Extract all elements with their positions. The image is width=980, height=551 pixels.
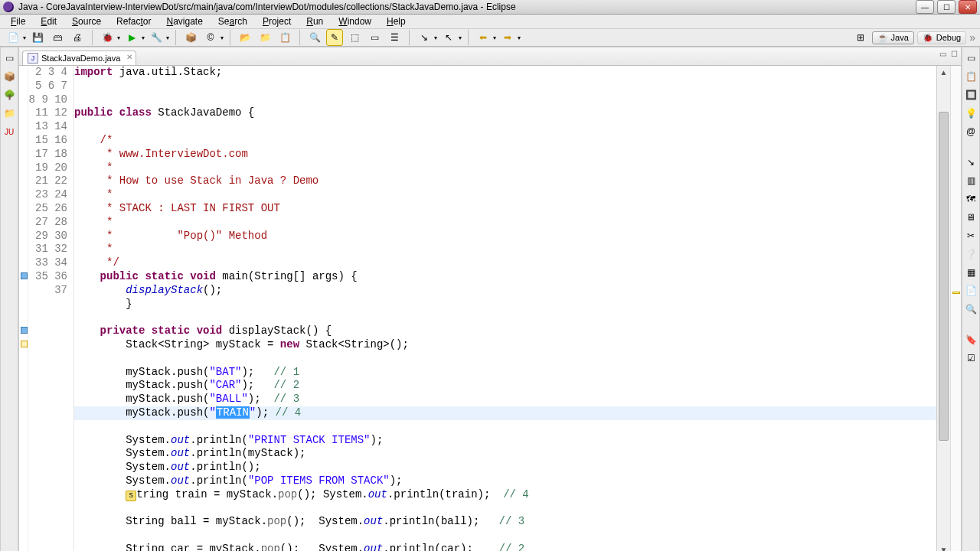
new-class-button[interactable]: © xyxy=(202,29,219,46)
open-task-button[interactable]: 📁 xyxy=(256,29,273,46)
perspective-java[interactable]: ☕ Java xyxy=(872,31,914,44)
new-button[interactable]: 📄 xyxy=(5,29,21,46)
new-package-button[interactable]: 📦 xyxy=(182,29,199,46)
java-perspective-icon: ☕ xyxy=(877,33,888,43)
annotations-icon[interactable]: @ xyxy=(965,126,977,138)
menu-source[interactable]: Source xyxy=(66,15,107,28)
toolbar-separator xyxy=(230,30,230,45)
dropdown-icon[interactable]: ▾ xyxy=(434,34,437,41)
junit-icon[interactable]: JU xyxy=(3,126,15,138)
open-type-button[interactable]: 📂 xyxy=(237,29,253,46)
navigator-icon[interactable]: 📁 xyxy=(3,107,15,119)
map-icon[interactable]: 🗺 xyxy=(965,193,977,205)
window-titlebar: Java - CoreJavaInterview-InterviewDot/sr… xyxy=(0,0,980,15)
bookmarks-icon[interactable]: 🔖 xyxy=(965,334,977,346)
show-whitespace-button[interactable]: ▭ xyxy=(366,29,383,46)
dropdown-icon[interactable]: ▾ xyxy=(493,34,496,41)
caret-indicator: S xyxy=(126,491,136,501)
javadoc-icon[interactable]: 📄 xyxy=(965,285,977,297)
overview-ruler[interactable] xyxy=(950,66,961,551)
back-button[interactable]: ⬅ xyxy=(475,29,492,46)
editor-area: J StackJavaDemo.java ✕ ▭ ☐ 2 3 4 5 6 7 8… xyxy=(18,47,962,551)
dropdown-icon[interactable]: ▾ xyxy=(166,34,169,41)
run-button[interactable]: ▶ xyxy=(123,29,140,46)
tasks-icon[interactable]: ☑ xyxy=(965,352,977,364)
dropdown-icon[interactable]: ▾ xyxy=(459,34,462,41)
search-button[interactable]: 🔍 xyxy=(306,29,323,46)
menu-window[interactable]: Window xyxy=(332,15,377,28)
marker-bar xyxy=(19,66,28,551)
forward-button[interactable]: ➡ xyxy=(499,29,516,46)
console-icon[interactable]: ▥ xyxy=(965,174,977,187)
toolbar-separator xyxy=(92,30,93,45)
scroll-up-icon[interactable]: ▲ xyxy=(937,66,950,78)
restore-icon[interactable]: ▭ xyxy=(3,52,15,64)
dropdown-icon[interactable]: ▾ xyxy=(220,34,224,41)
java-file-icon: J xyxy=(28,53,38,64)
menubar: File Edit Source Refactor Navigate Searc… xyxy=(0,15,980,29)
scroll-down-icon[interactable]: ▼ xyxy=(937,544,950,551)
close-button[interactable]: ✕ xyxy=(959,0,977,14)
menu-help[interactable]: Help xyxy=(381,15,412,28)
restore-icon[interactable]: ▭ xyxy=(965,52,977,64)
prev-annotation-button[interactable]: ↖ xyxy=(440,29,457,46)
toolbar-separator xyxy=(409,30,410,45)
dropdown-icon[interactable]: ▾ xyxy=(518,34,521,41)
debug-perspective-icon: 🐞 xyxy=(923,33,933,43)
save-button[interactable]: 💾 xyxy=(29,29,46,46)
search-view-icon[interactable]: 🔍 xyxy=(965,303,977,315)
menu-project[interactable]: Project xyxy=(256,15,297,28)
servers-icon[interactable]: 🖥 xyxy=(965,211,977,223)
perspective-debug[interactable]: 🐞 Debug xyxy=(917,31,966,44)
overview-mark xyxy=(952,292,960,294)
dropdown-icon[interactable]: ▾ xyxy=(117,34,120,41)
line-number-gutter: 2 3 4 5 6 7 8 9 10 11 12 13 14 15 16 17 … xyxy=(28,66,74,551)
type-hierarchy-icon[interactable]: 🌳 xyxy=(3,89,15,101)
debug-button[interactable]: 🐞 xyxy=(99,29,116,46)
minimize-button[interactable]: — xyxy=(916,0,934,14)
vertical-scrollbar[interactable]: ▲ ▼ xyxy=(936,66,950,551)
editor-tab-active[interactable]: J StackJavaDemo.java ✕ xyxy=(22,51,136,65)
toolbar-separator xyxy=(175,30,176,45)
snippets-icon[interactable]: ✂ xyxy=(965,230,977,242)
menu-refactor[interactable]: Refactor xyxy=(110,15,157,28)
open-resource-button[interactable]: 📋 xyxy=(276,29,293,46)
maximize-editor-button[interactable]: ☐ xyxy=(951,50,958,58)
declaration-icon[interactable]: ↘ xyxy=(965,156,977,168)
run-last-button[interactable]: 🔧 xyxy=(148,29,165,46)
perspective-overflow-icon[interactable]: » xyxy=(969,31,975,44)
outline-icon[interactable]: 🔲 xyxy=(965,89,977,101)
next-annotation-button[interactable]: ↘ xyxy=(416,29,433,46)
help-icon[interactable]: ❔ xyxy=(965,248,977,260)
task-list-icon[interactable]: 📋 xyxy=(965,70,977,83)
debug-perspective-label: Debug xyxy=(936,33,961,42)
menu-navigate[interactable]: Navigate xyxy=(160,15,208,28)
right-fastview: ▭ 📋 🔲 💡 @ ↘ ▥ 🗺 🖥 ✂ ❔ ▦ 📄 🔍 🔖 ☑ xyxy=(962,47,980,551)
show-source-button[interactable]: ☰ xyxy=(386,29,403,46)
editor-body: 2 3 4 5 6 7 8 9 10 11 12 13 14 15 16 17 … xyxy=(19,66,961,551)
maximize-button[interactable]: ☐ xyxy=(937,0,956,14)
editor-tabbar: J StackJavaDemo.java ✕ ▭ ☐ xyxy=(19,47,961,66)
save-all-button[interactable]: 🗃 xyxy=(49,29,66,46)
package-explorer-icon[interactable]: 📦 xyxy=(3,70,15,83)
workspace: ▭ 📦 🌳 📁 JU J StackJavaDemo.java ✕ ▭ ☐ 2 … xyxy=(0,47,980,551)
dropdown-icon[interactable]: ▾ xyxy=(23,34,26,41)
toolbar-separator xyxy=(299,30,300,45)
scrollbar-thumb[interactable] xyxy=(939,112,949,441)
minimize-editor-button[interactable]: ▭ xyxy=(939,50,946,58)
menu-edit[interactable]: Edit xyxy=(34,15,63,28)
menu-file[interactable]: File xyxy=(5,15,31,28)
open-perspective-button[interactable]: ⊞ xyxy=(852,29,869,46)
toolbar-separator xyxy=(468,30,469,45)
close-tab-icon[interactable]: ✕ xyxy=(126,53,132,61)
menu-search[interactable]: Search xyxy=(212,15,253,28)
menu-run[interactable]: Run xyxy=(300,15,329,28)
toggle-mark-button[interactable]: ✎ xyxy=(326,29,343,46)
toggle-block-button[interactable]: ⬚ xyxy=(346,29,363,46)
print-button[interactable]: 🖨 xyxy=(69,29,86,46)
code-area[interactable]: import java.util.Stack; public class Sta… xyxy=(74,66,936,551)
dropdown-icon[interactable]: ▾ xyxy=(142,34,145,41)
cheatsheet-icon[interactable]: 💡 xyxy=(965,107,977,119)
left-fastview: ▭ 📦 🌳 📁 JU xyxy=(0,47,18,551)
problems-icon[interactable]: ▦ xyxy=(965,266,977,279)
